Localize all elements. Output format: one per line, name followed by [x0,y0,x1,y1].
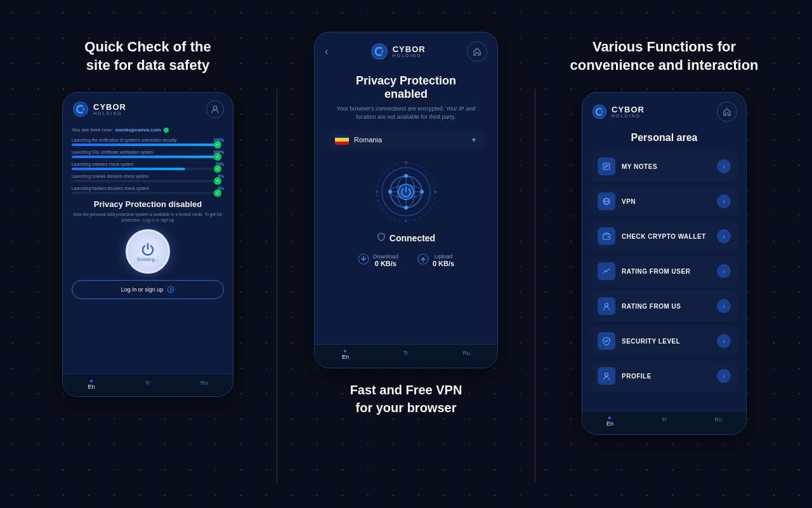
section1-title: Quick Check of the site for data safety [84,38,211,74]
nav-tab-en-2[interactable]: En [342,350,349,360]
phone2-bottom-nav: En Tr Ru [315,344,497,368]
romania-flag [335,135,349,145]
privacy-enabled-title: Privacy Protection enabled [327,74,485,101]
progress-item-5: Launching trackers blockers check system… [72,186,224,194]
upload-item: Upload 0 KB/s [417,253,454,267]
security-level-icon [598,332,615,350]
download-item: Download 0 KB/s [358,253,398,267]
svg-point-11 [420,190,424,194]
personal-area-title: Personal area [591,132,737,144]
green-dot [164,128,169,133]
back-button[interactable]: ‹ [325,46,328,57]
menu-item-security-level[interactable]: SECURITY LEVEL › [591,326,737,356]
cybor-logo-2: CYBOR HOLDING [370,42,426,61]
svg-point-16 [405,220,407,222]
rating-user-icon [598,262,615,280]
menu-item-rating-us[interactable]: RATING FROM US › [591,291,737,321]
site-url: mockupcanva.com [115,127,161,133]
svg-point-12 [404,206,408,210]
phone1-bottom-nav: En Tr Ru [63,374,233,396]
privacy-enabled-desc: Your browser's connections are encrypted… [327,105,485,121]
vpn-icon [598,192,615,210]
svg-point-0 [213,106,217,110]
holding-name-3: HOLDING [612,114,645,118]
vpn-label: VPN [622,198,636,205]
nav-tab-en-1[interactable]: En [88,380,95,390]
holding-name-2: HOLDING [393,53,426,58]
nav-tab-ru-3[interactable]: Ru [715,417,723,427]
nav-tab-tr-3[interactable]: Tr [662,417,667,427]
connected-row: Connected [327,232,485,243]
enabling-label: Enabling... [137,257,158,262]
crypto-wallet-icon [598,227,615,245]
my-notes-label: MY NOTES [622,163,657,170]
section-3: Various Functions for convenience and in… [535,38,793,435]
profile-label: PROFILE [622,373,652,380]
brand-name-1: CYBOR [93,103,126,111]
progress-item-4: Launching cookies blockers check system … [72,174,224,182]
download-value: 0 KB/s [373,260,398,267]
nav-tab-en-3[interactable]: En [606,417,613,427]
svg-point-17 [376,190,378,193]
you-are-here-label: You are here now: [72,127,113,133]
upload-value: 0 KB/s [433,260,454,267]
upload-label: Upload [433,253,454,260]
section2-subtitle: Fast and Free VPN for your browser [350,381,462,417]
country-selector[interactable]: Romania ▼ [327,130,485,150]
profile-button-1[interactable] [206,100,224,118]
section-2: ‹ CYBOR HOLDING [277,38,535,417]
security-level-label: SECURITY LEVEL [622,338,680,345]
progress-item-3: Launching malware check system 79% ✓ [72,162,224,170]
security-level-chevron: › [717,334,731,348]
upload-icon [417,253,429,267]
brand-name-3: CYBOR [612,105,645,114]
cybor-logo-1: CYBOR HOLDING [72,100,126,118]
menu-item-profile[interactable]: PROFILE › [591,361,737,391]
nav-tab-ru-2[interactable]: Ru [463,350,471,360]
nav-tab-tr-2[interactable]: Tr [403,350,409,360]
privacy-disabled-desc: Now the personal data protection system … [72,211,224,223]
shield-icon [377,232,386,243]
my-notes-icon [598,157,615,175]
phone3-mockup: CYBOR HOLDING Personal area [582,92,747,435]
cybor-logo-3: CYBOR HOLDING [591,104,645,120]
section3-title: Various Functions for convenience and in… [570,38,758,74]
svg-point-30 [605,373,608,377]
menu-item-rating-user[interactable]: RATING FROM USER › [591,256,737,286]
menu-item-crypto-wallet[interactable]: CHECK CRYPTO WALLET › [591,221,737,251]
home-button-3[interactable] [717,102,737,122]
crypto-wallet-label: CHECK CRYPTO WALLET [622,233,706,240]
my-notes-chevron: › [717,159,731,173]
profile-icon [598,367,615,385]
progress-item-2: Launching SSL certificate verification s… [72,150,224,158]
crypto-wallet-chevron: › [717,229,731,243]
download-icon [358,253,369,267]
svg-point-10 [404,174,408,178]
country-name: Romania [354,136,382,144]
profile-chevron: › [717,369,731,383]
nav-tab-ru-1[interactable]: Ru [200,380,208,390]
progress-item-1: Launching the verification of system's c… [72,138,224,146]
download-label: Download [373,253,398,260]
menu-item-vpn[interactable]: VPN › [591,186,737,217]
vpn-chevron: › [717,194,731,208]
svg-point-15 [434,190,436,193]
dropdown-arrow-icon: ▼ [471,137,477,144]
rating-us-icon [598,297,615,315]
svg-point-13 [388,190,392,194]
privacy-disabled-section: Privacy Protection disabled Now the pers… [72,199,224,299]
site-check-row: You are here now: mockupcanva.com [72,127,224,133]
rating-us-chevron: › [717,299,731,313]
svg-rect-28 [608,236,609,237]
globe-container [327,160,485,224]
login-button[interactable]: Log in or sign up [72,280,224,299]
menu-item-my-notes[interactable]: MY NOTES › [591,151,737,182]
power-button-1[interactable]: Enabling... [126,229,170,274]
home-button[interactable] [467,41,487,62]
nav-tab-tr-1[interactable]: Tr [145,380,150,390]
phone2-mockup: ‹ CYBOR HOLDING [314,32,498,368]
privacy-disabled-title: Privacy Protection disabled [72,199,224,209]
svg-point-29 [605,304,608,307]
login-label: Log in or sign up [121,286,164,293]
speed-row: Download 0 KB/s Upload [327,253,485,267]
